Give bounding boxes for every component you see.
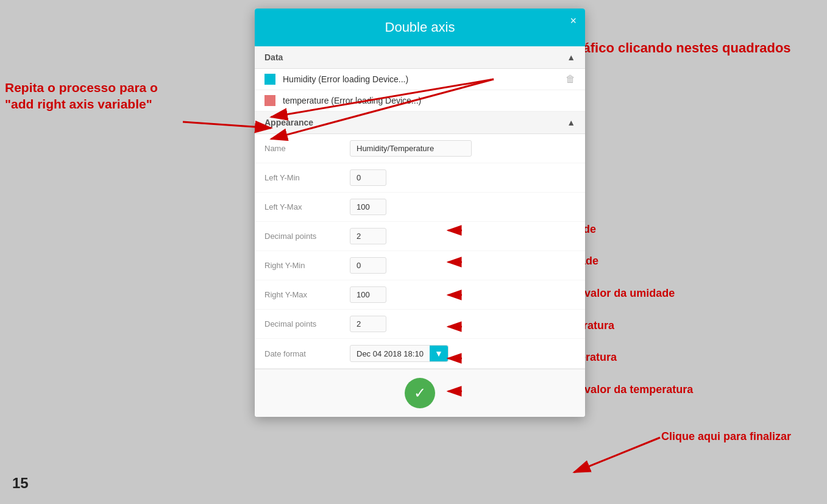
modal-title: Double axis xyxy=(385,20,455,35)
appearance-section-content: Name Left Y-Min Left Y-Max Decimal point… xyxy=(255,134,585,369)
input-left-y-max[interactable] xyxy=(350,199,386,215)
annotation-confirm: Clique aqui para finalizar xyxy=(661,430,791,444)
data-item-2-label: temperature (Error loading Device...) xyxy=(283,96,575,105)
modal-dialog: Double axis × Data ▲ Humidity (Error loa… xyxy=(255,9,585,417)
date-dropdown-button[interactable]: ▼ xyxy=(430,346,448,361)
data-item-2: temperature (Error loading Device...) xyxy=(255,90,585,112)
delete-icon-humidity[interactable]: 🗑 xyxy=(566,74,575,85)
label-right-y-min: Right Y-Min xyxy=(264,261,350,270)
page-number: 15 xyxy=(12,475,29,492)
appearance-section-label: Appearance xyxy=(264,118,313,127)
date-dropdown[interactable]: Dec 04 2018 18:10 ▼ xyxy=(350,345,449,362)
input-right-y-min[interactable] xyxy=(350,257,386,274)
modal-close-button[interactable]: × xyxy=(570,15,577,27)
label-decimal-right: Decimal points xyxy=(264,319,350,328)
data-section-collapse-icon[interactable]: ▲ xyxy=(567,52,575,62)
data-section-header[interactable]: Data ▲ xyxy=(255,46,585,69)
input-name[interactable] xyxy=(350,140,472,157)
annotation-top-left: Repita o processo para o "add right axis… xyxy=(5,79,158,113)
data-item-1-label: Humidity (Error loading Device...) xyxy=(283,74,566,84)
label-decimal-left: Decimal points xyxy=(264,232,350,241)
input-left-y-min[interactable] xyxy=(350,169,386,186)
form-row-date-format: Date format Dec 04 2018 18:10 ▼ xyxy=(255,339,585,369)
form-row-decimal-left: Decimal points xyxy=(255,222,585,251)
data-section-content: Humidity (Error loading Device...) 🗑 tem… xyxy=(255,69,585,112)
data-section-label: Data xyxy=(264,52,283,62)
annotation-line1: Repita o processo para o xyxy=(5,80,158,94)
modal-footer: ✓ xyxy=(255,369,585,417)
color-square-temperature[interactable] xyxy=(264,95,275,106)
label-left-y-max: Left Y-Max xyxy=(264,202,350,211)
label-right-y-max: Right Y-Max xyxy=(264,290,350,299)
input-decimal-right[interactable] xyxy=(350,316,386,332)
label-left-y-min: Left Y-Min xyxy=(264,173,350,182)
annotation-line2: "add right axis variable" xyxy=(5,97,152,111)
form-row-right-y-max: Right Y-Max xyxy=(255,280,585,310)
form-row-left-y-min: Left Y-Min xyxy=(255,163,585,193)
color-square-humidity[interactable] xyxy=(264,74,275,85)
form-row-name: Name xyxy=(255,134,585,163)
form-row-left-y-max: Left Y-Max xyxy=(255,193,585,222)
date-format-container: Dec 04 2018 18:10 ▼ xyxy=(350,345,449,362)
confirm-button[interactable]: ✓ xyxy=(405,378,435,408)
input-right-y-max[interactable] xyxy=(350,286,386,303)
label-name: Name xyxy=(264,144,350,153)
form-row-decimal-right: Decimal points xyxy=(255,310,585,339)
modal-header: Double axis × xyxy=(255,9,585,46)
appearance-section-collapse-icon[interactable]: ▲ xyxy=(567,118,575,127)
form-row-right-y-min: Right Y-Min xyxy=(255,251,585,280)
appearance-section-header[interactable]: Appearance ▲ xyxy=(255,112,585,134)
label-date-format: Date format xyxy=(264,349,350,358)
date-dropdown-value: Dec 04 2018 18:10 xyxy=(350,346,430,361)
input-decimal-left[interactable] xyxy=(350,228,386,244)
data-item-1: Humidity (Error loading Device...) 🗑 xyxy=(255,69,585,90)
